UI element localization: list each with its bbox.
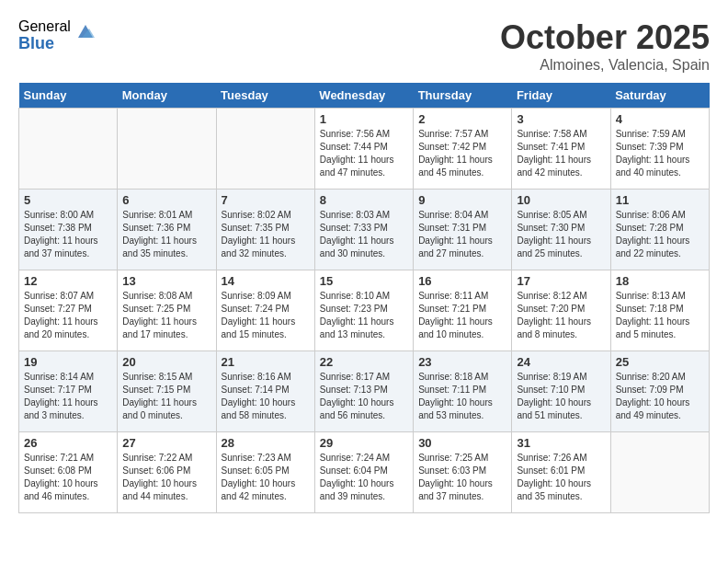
weekday-row: SundayMondayTuesdayWednesdayThursdayFrid… xyxy=(19,83,710,109)
calendar-cell: 3Sunrise: 7:58 AM Sunset: 7:41 PM Daylig… xyxy=(512,109,610,190)
day-info: Sunrise: 8:12 AM Sunset: 7:20 PM Dayligh… xyxy=(517,290,605,341)
day-info: Sunrise: 7:59 AM Sunset: 7:39 PM Dayligh… xyxy=(616,128,704,179)
day-info: Sunrise: 8:04 AM Sunset: 7:31 PM Dayligh… xyxy=(418,209,506,260)
day-info: Sunrise: 8:10 AM Sunset: 7:23 PM Dayligh… xyxy=(320,290,408,341)
day-number: 13 xyxy=(122,274,210,288)
day-number: 20 xyxy=(122,355,210,369)
calendar-cell: 26Sunrise: 7:21 AM Sunset: 6:08 PM Dayli… xyxy=(19,432,118,513)
page-header: General Blue October 2025 Almoines, Vale… xyxy=(18,18,710,74)
calendar-cell: 10Sunrise: 8:05 AM Sunset: 7:30 PM Dayli… xyxy=(512,190,610,270)
day-number: 8 xyxy=(320,193,408,207)
day-number: 31 xyxy=(517,436,605,450)
day-number: 19 xyxy=(24,355,112,369)
day-number: 16 xyxy=(418,274,506,288)
day-info: Sunrise: 8:05 AM Sunset: 7:30 PM Dayligh… xyxy=(517,209,605,260)
day-info: Sunrise: 7:56 AM Sunset: 7:44 PM Dayligh… xyxy=(320,128,408,179)
day-number: 29 xyxy=(320,436,408,450)
day-info: Sunrise: 8:16 AM Sunset: 7:14 PM Dayligh… xyxy=(222,371,310,422)
calendar-week-row: 5Sunrise: 8:00 AM Sunset: 7:38 PM Daylig… xyxy=(19,190,710,270)
day-number: 21 xyxy=(222,355,310,369)
day-info: Sunrise: 8:15 AM Sunset: 7:15 PM Dayligh… xyxy=(122,371,210,422)
calendar-week-row: 26Sunrise: 7:21 AM Sunset: 6:08 PM Dayli… xyxy=(19,432,710,513)
calendar-cell: 13Sunrise: 8:08 AM Sunset: 7:25 PM Dayli… xyxy=(118,270,216,351)
calendar-cell: 29Sunrise: 7:24 AM Sunset: 6:04 PM Dayli… xyxy=(314,432,413,513)
day-info: Sunrise: 8:20 AM Sunset: 7:09 PM Dayligh… xyxy=(616,371,704,422)
calendar-cell: 30Sunrise: 7:25 AM Sunset: 6:03 PM Dayli… xyxy=(414,432,512,513)
day-number: 12 xyxy=(24,274,112,288)
day-number: 24 xyxy=(517,355,605,369)
calendar-cell xyxy=(118,109,216,190)
calendar-cell: 20Sunrise: 8:15 AM Sunset: 7:15 PM Dayli… xyxy=(118,351,216,432)
day-number: 5 xyxy=(24,193,112,207)
day-number: 7 xyxy=(222,193,310,207)
calendar-cell: 22Sunrise: 8:17 AM Sunset: 7:13 PM Dayli… xyxy=(314,351,413,432)
logo-icon xyxy=(74,21,97,43)
calendar-cell: 2Sunrise: 7:57 AM Sunset: 7:42 PM Daylig… xyxy=(414,109,512,190)
day-info: Sunrise: 7:21 AM Sunset: 6:08 PM Dayligh… xyxy=(24,452,112,503)
calendar-cell: 27Sunrise: 7:22 AM Sunset: 6:06 PM Dayli… xyxy=(118,432,216,513)
calendar-cell: 1Sunrise: 7:56 AM Sunset: 7:44 PM Daylig… xyxy=(314,109,413,190)
calendar-cell: 9Sunrise: 8:04 AM Sunset: 7:31 PM Daylig… xyxy=(414,190,512,270)
day-number: 22 xyxy=(320,355,408,369)
day-info: Sunrise: 7:22 AM Sunset: 6:06 PM Dayligh… xyxy=(122,452,210,503)
day-info: Sunrise: 8:14 AM Sunset: 7:17 PM Dayligh… xyxy=(24,371,112,422)
day-number: 18 xyxy=(616,274,704,288)
weekday-header: Wednesday xyxy=(314,83,413,109)
calendar-cell: 17Sunrise: 8:12 AM Sunset: 7:20 PM Dayli… xyxy=(512,270,610,351)
day-info: Sunrise: 8:03 AM Sunset: 7:33 PM Dayligh… xyxy=(320,209,408,260)
day-info: Sunrise: 8:02 AM Sunset: 7:35 PM Dayligh… xyxy=(222,209,310,260)
calendar-week-row: 1Sunrise: 7:56 AM Sunset: 7:44 PM Daylig… xyxy=(19,109,710,190)
calendar-cell: 12Sunrise: 8:07 AM Sunset: 7:27 PM Dayli… xyxy=(19,270,118,351)
calendar-cell: 4Sunrise: 7:59 AM Sunset: 7:39 PM Daylig… xyxy=(610,109,709,190)
day-number: 17 xyxy=(517,274,605,288)
day-info: Sunrise: 8:07 AM Sunset: 7:27 PM Dayligh… xyxy=(24,290,112,341)
calendar-cell: 19Sunrise: 8:14 AM Sunset: 7:17 PM Dayli… xyxy=(19,351,118,432)
day-number: 30 xyxy=(418,436,506,450)
location: Almoines, Valencia, Spain xyxy=(500,57,710,74)
day-info: Sunrise: 8:01 AM Sunset: 7:36 PM Dayligh… xyxy=(122,209,210,260)
calendar-header: SundayMondayTuesdayWednesdayThursdayFrid… xyxy=(19,83,710,109)
logo-general: General xyxy=(18,18,71,35)
calendar-cell xyxy=(610,432,709,513)
day-number: 23 xyxy=(418,355,506,369)
day-number: 25 xyxy=(616,355,704,369)
calendar-body: 1Sunrise: 7:56 AM Sunset: 7:44 PM Daylig… xyxy=(19,109,710,513)
weekday-header: Monday xyxy=(118,83,216,109)
day-number: 3 xyxy=(517,112,605,126)
day-number: 14 xyxy=(222,274,310,288)
calendar-cell xyxy=(216,109,314,190)
weekday-header: Tuesday xyxy=(216,83,314,109)
day-info: Sunrise: 7:24 AM Sunset: 6:04 PM Dayligh… xyxy=(320,452,408,503)
day-info: Sunrise: 7:25 AM Sunset: 6:03 PM Dayligh… xyxy=(418,452,506,503)
day-info: Sunrise: 8:11 AM Sunset: 7:21 PM Dayligh… xyxy=(418,290,506,341)
calendar-cell: 8Sunrise: 8:03 AM Sunset: 7:33 PM Daylig… xyxy=(314,190,413,270)
calendar-cell: 31Sunrise: 7:26 AM Sunset: 6:01 PM Dayli… xyxy=(512,432,610,513)
title-section: October 2025 Almoines, Valencia, Spain xyxy=(500,18,710,74)
day-number: 15 xyxy=(320,274,408,288)
day-info: Sunrise: 8:17 AM Sunset: 7:13 PM Dayligh… xyxy=(320,371,408,422)
day-info: Sunrise: 8:09 AM Sunset: 7:24 PM Dayligh… xyxy=(222,290,310,341)
calendar-cell: 21Sunrise: 8:16 AM Sunset: 7:14 PM Dayli… xyxy=(216,351,314,432)
calendar-cell: 6Sunrise: 8:01 AM Sunset: 7:36 PM Daylig… xyxy=(118,190,216,270)
day-info: Sunrise: 8:06 AM Sunset: 7:28 PM Dayligh… xyxy=(616,209,704,260)
day-info: Sunrise: 8:00 AM Sunset: 7:38 PM Dayligh… xyxy=(24,209,112,260)
day-info: Sunrise: 8:08 AM Sunset: 7:25 PM Dayligh… xyxy=(122,290,210,341)
day-number: 28 xyxy=(222,436,310,450)
calendar-cell: 7Sunrise: 8:02 AM Sunset: 7:35 PM Daylig… xyxy=(216,190,314,270)
day-number: 10 xyxy=(517,193,605,207)
day-info: Sunrise: 8:18 AM Sunset: 7:11 PM Dayligh… xyxy=(418,371,506,422)
calendar-cell: 25Sunrise: 8:20 AM Sunset: 7:09 PM Dayli… xyxy=(610,351,709,432)
calendar-table: SundayMondayTuesdayWednesdayThursdayFrid… xyxy=(18,83,710,513)
calendar-cell: 5Sunrise: 8:00 AM Sunset: 7:38 PM Daylig… xyxy=(19,190,118,270)
calendar-week-row: 12Sunrise: 8:07 AM Sunset: 7:27 PM Dayli… xyxy=(19,270,710,351)
calendar-cell: 18Sunrise: 8:13 AM Sunset: 7:18 PM Dayli… xyxy=(610,270,709,351)
calendar-cell: 15Sunrise: 8:10 AM Sunset: 7:23 PM Dayli… xyxy=(314,270,413,351)
logo: General Blue xyxy=(18,18,97,52)
calendar-cell: 16Sunrise: 8:11 AM Sunset: 7:21 PM Dayli… xyxy=(414,270,512,351)
day-number: 4 xyxy=(616,112,704,126)
calendar-cell: 14Sunrise: 8:09 AM Sunset: 7:24 PM Dayli… xyxy=(216,270,314,351)
calendar-week-row: 19Sunrise: 8:14 AM Sunset: 7:17 PM Dayli… xyxy=(19,351,710,432)
calendar-cell: 28Sunrise: 7:23 AM Sunset: 6:05 PM Dayli… xyxy=(216,432,314,513)
day-info: Sunrise: 7:26 AM Sunset: 6:01 PM Dayligh… xyxy=(517,452,605,503)
day-number: 9 xyxy=(418,193,506,207)
